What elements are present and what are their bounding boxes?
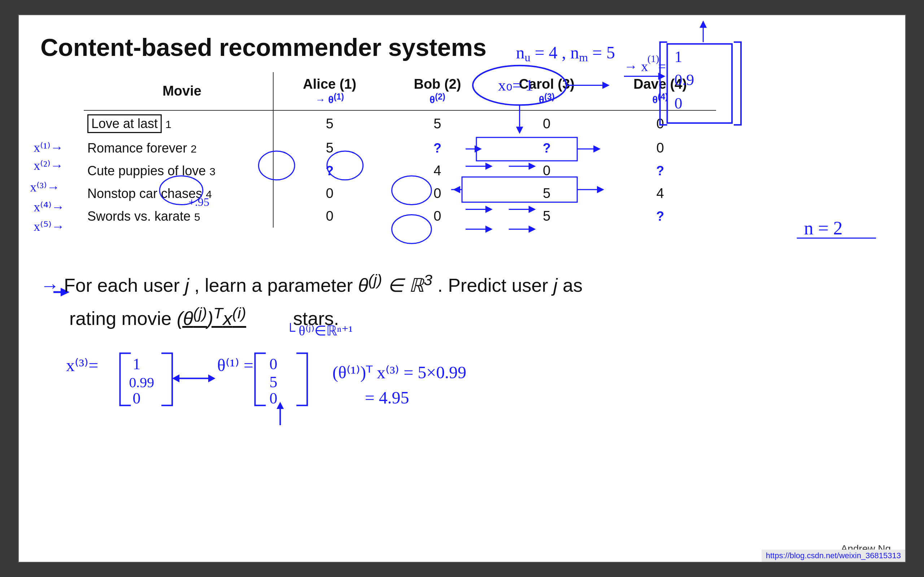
learn-text: , learn a parameter <box>194 275 358 296</box>
col-header-bob: Bob (2) θ(2) <box>386 72 489 110</box>
stars-text: stars. <box>251 308 339 329</box>
predict-text: . Predict user <box>438 275 548 296</box>
cell-dave-4: 4 <box>604 182 716 205</box>
svg-marker-11 <box>699 21 707 28</box>
svg-marker-48 <box>172 374 179 382</box>
table-row: Swords vs. karate 5 0 0 5 ? <box>84 205 716 227</box>
table-row: Romance forever 2 5 ? ? 0 <box>84 137 716 160</box>
x3-bottom-label: x⁽³⁾= <box>66 356 98 375</box>
theta1-bottom-label: θ⁽¹⁾ = <box>217 356 254 375</box>
arrow-prefix: → <box>40 275 64 296</box>
calc-annotation: (θ⁽¹⁾)ᵀ x⁽³⁾ = 5×0.99 <box>333 363 466 382</box>
col-header-dave: Dave (4) θ(4) <box>604 72 716 110</box>
table-container: Movie Alice (1) → θ(1) Bob (2) θ(2) Caro… <box>40 72 884 227</box>
cell-carol-4: 5 <box>489 182 604 205</box>
svg-marker-54 <box>276 402 284 409</box>
j-variable: j <box>185 275 189 296</box>
cell-alice-3: ? <box>273 160 386 182</box>
cell-bob-4: 0 <box>386 182 489 205</box>
movie-name-2: Romance forever 2 <box>84 137 273 160</box>
cell-carol-5: 5 <box>489 205 604 227</box>
url-bar: https://blog.csdn.net/weixin_36815313 <box>762 550 905 562</box>
slide-title: Content-based recommender systems <box>40 33 884 61</box>
rating-line: rating movie (θ(j))Tx(i) stars. <box>69 301 884 334</box>
cell-bob-3: 4 <box>386 160 489 182</box>
ratings-table: Movie Alice (1) → θ(1) Bob (2) θ(2) Caro… <box>84 72 716 227</box>
table-row: Cute puppies of love 3 ? 4 0 ? <box>84 160 716 182</box>
theta-expression: θ(j) ∈ ℝ3 <box>358 275 432 296</box>
love-at-last-box: Love at last <box>87 114 162 133</box>
cell-dave-5: ? <box>604 205 716 227</box>
as-text: as <box>563 275 583 296</box>
theta-x-expression: (θ(j))Tx(i) <box>177 308 246 329</box>
movie-name-3: Cute puppies of love 3 <box>84 160 273 182</box>
result-annotation: = 4.95 <box>365 388 409 407</box>
j2-variable: j <box>553 275 563 296</box>
svg-marker-49 <box>208 374 215 382</box>
question-alice-3: ? <box>326 163 333 178</box>
movie-name-4: Nonstop car chases 4 <box>84 182 273 205</box>
svg-text:0.99: 0.99 <box>129 374 154 390</box>
cell-bob-2: ? <box>386 137 489 160</box>
svg-text:0: 0 <box>269 355 277 372</box>
cell-alice-5: 0 <box>273 205 386 227</box>
col-header-alice: Alice (1) → θ(1) <box>273 72 386 110</box>
cell-carol-3: 0 <box>489 160 604 182</box>
col-header-carol: Carol (3) θ(3) <box>489 72 604 110</box>
cell-bob-1: 5 <box>386 110 489 137</box>
svg-text:5: 5 <box>269 373 277 390</box>
cell-carol-2: ? <box>489 137 604 160</box>
cell-dave-2: 0 <box>604 137 716 160</box>
cell-bob-5: 0 <box>386 205 489 227</box>
svg-text:1: 1 <box>132 355 141 372</box>
rating-text: rating movie <box>69 308 177 329</box>
cell-carol-1: 0 <box>489 110 604 137</box>
svg-text:0: 0 <box>269 390 277 407</box>
main-text-area: → For each user j , learn a parameter θ(… <box>40 268 884 334</box>
slide: Content-based recommender systems Movie … <box>18 15 906 562</box>
cell-alice-2: 5 <box>273 137 386 160</box>
question-dave-5: ? <box>656 209 664 224</box>
table-row: Love at last 1 5 5 0 0 <box>84 110 716 137</box>
for-each-text: For each user <box>64 275 185 296</box>
movie-name-5: Swords vs. karate 5 <box>84 205 273 227</box>
question-carol-2: ? <box>543 141 551 155</box>
cell-alice-1: 5 <box>273 110 386 137</box>
question-bob-2: ? <box>433 141 441 155</box>
col-header-movie: Movie <box>84 72 273 110</box>
cell-dave-3: ? <box>604 160 716 182</box>
question-dave-3: ? <box>656 163 664 178</box>
table-row: Nonstop car chases 4 0 0 5 4 <box>84 182 716 205</box>
cell-alice-4: 0 <box>273 182 386 205</box>
movie-name-1: Love at last 1 <box>84 110 273 137</box>
formula-description: → For each user j , learn a parameter θ(… <box>40 268 884 301</box>
cell-dave-1: 0 <box>604 110 716 137</box>
svg-text:0: 0 <box>132 390 141 407</box>
